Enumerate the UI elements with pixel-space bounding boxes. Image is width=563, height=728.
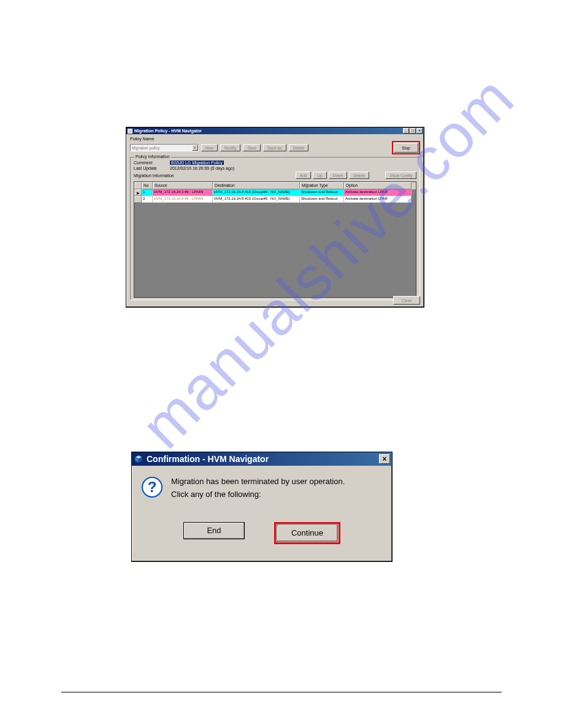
grid-header-option: Option xyxy=(344,182,412,189)
stop-button-highlight: Stop xyxy=(392,141,420,154)
show-config-button[interactable]: Show Config xyxy=(385,172,416,179)
grid-header-no: No xyxy=(142,182,153,189)
cube-icon xyxy=(134,454,144,464)
dialog-close-button[interactable]: × xyxy=(379,454,390,464)
question-icon: ? xyxy=(142,477,163,498)
migration-info-label: Migration Information xyxy=(134,173,189,178)
cell-migtype: Shutdown and Reboot xyxy=(300,189,344,196)
window-title: Migration Policy - HVM Navigator xyxy=(134,129,202,133)
last-update-label: Last Update xyxy=(134,166,167,170)
migration-policy-window: Migration Policy - HVM Navigator _ □ × P… xyxy=(126,127,424,308)
migration-grid: No Source Destination Migration Type Opt… xyxy=(134,181,416,298)
delete-button[interactable]: Delete xyxy=(289,144,309,151)
mig-delete-button[interactable]: Delete xyxy=(349,172,369,179)
row-selector-icon: ▶ xyxy=(134,189,142,196)
policy-info-legend: Policy Information xyxy=(134,154,171,159)
cell-no: 1 xyxy=(142,189,153,196)
cell-source: HVM_172.16.24.8 #9 : LPAR9 xyxy=(153,196,213,203)
app-icon xyxy=(128,129,132,134)
policy-information-fieldset: Policy Information Comment BS520 LG Migr… xyxy=(130,157,420,300)
grid-header-migtype: Migration Type xyxy=(300,182,344,189)
grid-header-row: No Source Destination Migration Type Opt… xyxy=(134,182,416,189)
cell-no: 2 xyxy=(142,196,153,203)
modify-button[interactable]: Modify xyxy=(220,144,240,151)
page-horizontal-rule xyxy=(61,692,502,692)
comment-value: BS520 LG Migration Policy xyxy=(170,161,224,165)
minimize-button[interactable]: _ xyxy=(403,128,409,134)
chevron-down-icon[interactable]: ▾ xyxy=(192,145,198,151)
table-row[interactable]: 2 HVM_172.16.24.8 #9 : LPAR9 HVM_172.16.… xyxy=(134,196,416,203)
grid-header-source: Source xyxy=(153,182,213,189)
add-button[interactable]: Add xyxy=(296,172,312,179)
cell-option: Activate destination LPAR xyxy=(344,196,412,203)
cell-option: Activate destination LPAR xyxy=(344,189,412,196)
continue-button-highlight: Continue xyxy=(274,522,340,544)
comment-label: Comment xyxy=(134,161,167,165)
maximize-button[interactable]: □ xyxy=(410,128,416,134)
policy-name-label: Policy Name xyxy=(130,137,420,141)
close-window-button[interactable]: Close xyxy=(393,296,420,305)
continue-button[interactable]: Continue xyxy=(277,525,338,542)
cell-destination: HVM_172.16.24.# #10 (Group#0 : NO_NAME) xyxy=(213,189,300,196)
up-button[interactable]: Up xyxy=(313,172,326,179)
dialog-message: Migration has been terminated by user op… xyxy=(171,476,345,501)
table-row[interactable]: ▶ 1 HVM_172.16.24.3 #9 : LPAR9 HVM_172.1… xyxy=(134,189,416,196)
end-button[interactable]: End xyxy=(183,522,245,539)
dialog-title: Confirmation - HVM Navigator xyxy=(147,454,269,464)
dialog-message-line2: Click any of the following: xyxy=(171,488,345,501)
save-as-button[interactable]: Save as xyxy=(263,144,286,151)
new-button[interactable]: New xyxy=(201,144,218,151)
window-titlebar: Migration Policy - HVM Navigator _ □ × xyxy=(126,127,424,134)
last-update-value: 2012/02/16 16:26:09 (0 days ago) xyxy=(170,166,234,170)
down-button[interactable]: Down xyxy=(329,172,348,179)
cell-migtype: Shutdown and Reboot xyxy=(300,196,344,203)
grid-header-destination: Destination xyxy=(213,182,300,189)
close-button[interactable]: × xyxy=(416,128,423,134)
grid-header-selector xyxy=(134,182,142,189)
save-button[interactable]: Save xyxy=(243,144,261,151)
dialog-message-line1: Migration has been terminated by user op… xyxy=(171,476,345,488)
policy-name-combobox[interactable]: Migration policy ▾ xyxy=(130,144,199,151)
cell-destination: HVM_172.16.24.8 #10 (Group#0 : NO_NAME) xyxy=(213,196,300,203)
stop-button[interactable]: Stop xyxy=(394,143,418,153)
cell-source: HVM_172.16.24.3 #9 : LPAR9 xyxy=(153,189,213,196)
dialog-titlebar: Confirmation - HVM Navigator × xyxy=(132,452,392,466)
policy-name-value: Migration policy xyxy=(132,146,159,150)
row-selector-icon xyxy=(134,196,142,203)
confirmation-dialog: Confirmation - HVM Navigator × ? Migrati… xyxy=(131,452,393,562)
